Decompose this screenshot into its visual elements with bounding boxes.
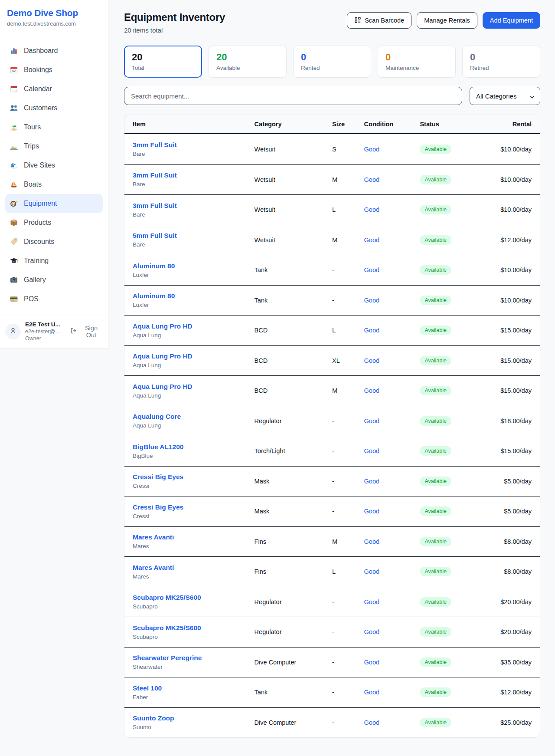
item-link[interactable]: Scubapro MK25/S600	[133, 594, 201, 602]
category-cell: BCD	[255, 387, 332, 394]
column-header-category: Category	[255, 121, 332, 128]
item-link[interactable]: 3mm Full Suit	[133, 202, 177, 210]
sidebar-item-products[interactable]: Products	[5, 213, 103, 232]
sidebar-item-dive-sites[interactable]: Dive Sites	[5, 156, 103, 175]
condition-link[interactable]: Good	[364, 659, 379, 666]
page-header: Equipment Inventory 20 items total Scan …	[124, 11, 540, 34]
status-cell: Available	[420, 477, 480, 486]
sidebar-item-discounts[interactable]: Discounts	[5, 232, 103, 251]
condition-link[interactable]: Good	[364, 266, 379, 273]
category-select[interactable]: All Categories	[470, 87, 540, 105]
item-cell: Steel 100Faber	[133, 684, 255, 700]
stat-card-total[interactable]: 20Total	[124, 46, 202, 78]
condition-link[interactable]: Good	[364, 206, 379, 213]
item-link[interactable]: Mares Avanti	[133, 564, 174, 572]
condition-link[interactable]: Good	[364, 387, 379, 394]
table-header-row: ItemCategorySizeConditionStatusRental	[124, 115, 540, 134]
condition-link[interactable]: Good	[364, 598, 379, 605]
island-icon	[10, 123, 18, 131]
sidebar-item-trips[interactable]: Trips	[5, 137, 103, 156]
manage-rentals-button[interactable]: Manage Rentals	[417, 12, 477, 29]
item-link[interactable]: Suunto Zoop	[133, 714, 174, 722]
condition-cell: Good	[364, 387, 420, 394]
item-brand: BigBlue	[133, 453, 255, 459]
item-link[interactable]: Cressi Big Eyes	[133, 503, 183, 511]
sidebar-item-equipment[interactable]: Equipment	[5, 194, 103, 213]
condition-link[interactable]: Good	[364, 297, 379, 304]
item-link[interactable]: BigBlue AL1200	[133, 443, 183, 451]
sidebar-item-gallery[interactable]: Gallery	[5, 270, 103, 289]
sidebar-item-pos[interactable]: POS	[5, 289, 103, 309]
sidebar-item-customers[interactable]: Customers	[5, 99, 103, 118]
stat-value: 0	[470, 52, 532, 63]
stat-card-retired[interactable]: 0Retired	[462, 46, 540, 78]
sign-out-button[interactable]: Sign Out	[70, 325, 103, 339]
item-link[interactable]: Aqua Lung Pro HD	[133, 383, 193, 391]
item-link[interactable]: Shearwater Peregrine	[133, 654, 202, 662]
equipment-table: ItemCategorySizeConditionStatusRental 3m…	[124, 115, 540, 738]
condition-link[interactable]: Good	[364, 146, 379, 153]
condition-link[interactable]: Good	[364, 447, 379, 454]
sidebar-item-calendar[interactable]: Calendar	[5, 79, 103, 99]
item-brand: Bare	[133, 211, 255, 218]
condition-link[interactable]: Good	[364, 719, 379, 726]
item-link[interactable]: Mares Avanti	[133, 533, 174, 541]
scan-barcode-button[interactable]: Scan Barcode	[347, 12, 411, 29]
status-badge: Available	[420, 657, 451, 667]
item-brand: Cressi	[133, 513, 255, 519]
item-link[interactable]: 3mm Full Suit	[133, 141, 177, 149]
category-cell: Regulator	[255, 417, 332, 424]
size-cell: XL	[332, 357, 364, 364]
sidebar-item-training[interactable]: Training	[5, 251, 103, 270]
item-link[interactable]: Aqua Lung Pro HD	[133, 322, 193, 330]
table-row: Aqua Lung Pro HDAqua LungBCDXLGoodAvaila…	[124, 345, 540, 376]
sidebar-item-boats[interactable]: Boats	[5, 175, 103, 194]
brand-name[interactable]: Demo Dive Shop	[7, 8, 101, 18]
stat-card-rented[interactable]: 0Rented	[293, 46, 371, 78]
condition-link[interactable]: Good	[364, 538, 379, 545]
sidebar-item-bookings[interactable]: 17Bookings	[5, 60, 103, 79]
add-equipment-button[interactable]: Add Equipment	[483, 12, 540, 29]
item-link[interactable]: Cressi Big Eyes	[133, 473, 183, 481]
table-row: Scubapro MK25/S600ScubaproRegulator-Good…	[124, 587, 540, 617]
search-input[interactable]	[124, 87, 462, 105]
condition-link[interactable]: Good	[364, 237, 379, 243]
condition-link[interactable]: Good	[364, 327, 379, 334]
category-cell: Tank	[255, 689, 332, 696]
condition-link[interactable]: Good	[364, 568, 379, 575]
status-cell: Available	[420, 416, 480, 426]
rental-cell: $10.00/day	[480, 297, 532, 304]
condition-link[interactable]: Good	[364, 357, 379, 364]
status-cell: Available	[420, 687, 480, 697]
sidebar-item-tours[interactable]: Tours	[5, 118, 103, 137]
item-link[interactable]: 5mm Full Suit	[133, 232, 177, 240]
item-link[interactable]: Scubapro MK25/S600	[133, 624, 201, 632]
item-cell: Aqua Lung Pro HDAqua Lung	[133, 322, 255, 339]
condition-cell: Good	[364, 688, 420, 696]
item-link[interactable]: Aluminum 80	[133, 292, 175, 300]
size-cell: M	[332, 237, 364, 243]
table-row: 3mm Full SuitBareWetsuitSGoodAvailable$1…	[124, 134, 540, 164]
items-count: 20 items total	[124, 26, 225, 34]
table-row: Shearwater PeregrineShearwaterDive Compu…	[124, 647, 540, 677]
item-link[interactable]: Aqualung Core	[133, 413, 181, 421]
size-cell: -	[332, 689, 364, 696]
sidebar-item-dashboard[interactable]: Dashboard	[5, 41, 103, 60]
condition-link[interactable]: Good	[364, 478, 379, 485]
item-link[interactable]: Aqua Lung Pro HD	[133, 352, 193, 360]
stat-card-available[interactable]: 20Available	[209, 46, 287, 78]
condition-link[interactable]: Good	[364, 508, 379, 515]
item-link[interactable]: 3mm Full Suit	[133, 171, 177, 179]
condition-link[interactable]: Good	[364, 176, 379, 183]
item-cell: Aluminum 80Luxfer	[133, 292, 255, 308]
stat-card-maintenance[interactable]: 0Maintenance	[378, 46, 456, 78]
item-link[interactable]: Steel 100	[133, 684, 162, 692]
sidebar-item-label: Tours	[24, 123, 41, 131]
condition-link[interactable]: Good	[364, 417, 379, 424]
item-cell: Aluminum 80Luxfer	[133, 262, 255, 278]
condition-link[interactable]: Good	[364, 628, 379, 635]
category-cell: Torch/Light	[255, 447, 332, 454]
item-link[interactable]: Aluminum 80	[133, 262, 175, 270]
brand-block: Demo Dive Shop demo.test.divestreams.com	[0, 0, 108, 34]
condition-link[interactable]: Good	[364, 689, 379, 696]
